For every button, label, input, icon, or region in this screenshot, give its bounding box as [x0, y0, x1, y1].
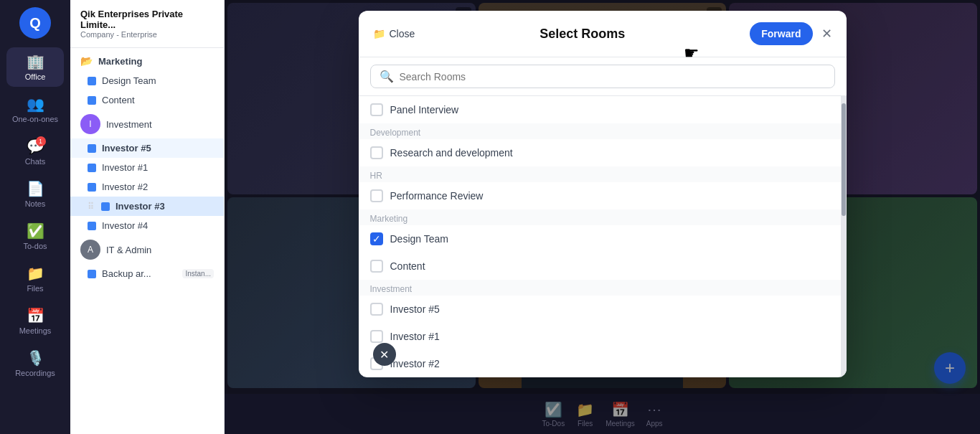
room-name: Content [102, 95, 135, 105]
marketing-section-header[interactable]: 📂 Marketing [70, 48, 224, 71]
sidebar-item-label: Recordings [15, 369, 55, 377]
sidebar-item-recordings[interactable]: 🎙️ Recordings [6, 344, 64, 383]
room-option-name: Investor #1 [390, 331, 440, 342]
marketing-label: Marketing [98, 56, 142, 67]
room-name: Investor #1 [102, 162, 148, 173]
group-avatar: A [80, 240, 100, 260]
room-option-design-team[interactable]: ✓ Design Team [359, 225, 847, 253]
room-option-performance[interactable]: Performance Review [359, 182, 847, 209]
category-investment: Investment [359, 280, 847, 296]
app-logo: Q [19, 7, 51, 39]
sidebar-item-office[interactable]: 🏢 Office [6, 47, 64, 87]
sidebar-item-label: Chats [25, 157, 46, 166]
room-option-research[interactable]: Research and development [359, 139, 847, 166]
room-checkbox[interactable] [370, 103, 383, 116]
group-it-admin[interactable]: A IT & Admin [70, 235, 224, 264]
room-investor3[interactable]: ⠿ Investor #3 [70, 197, 224, 216]
left-panel: Qik Enterprises Private Limite... Compan… [70, 0, 225, 434]
room-option-investor2[interactable]: Investor #2 [359, 350, 847, 377]
folder-icon: 📂 [80, 55, 93, 67]
room-design-team[interactable]: Design Team [70, 71, 224, 90]
room-investor1[interactable]: Investor #1 [70, 158, 224, 177]
modal-header: 📁 Close Select Rooms Forward ✕ [359, 11, 847, 57]
room-color [88, 96, 96, 105]
room-checkbox[interactable] [370, 146, 383, 159]
sidebar-item-label: Notes [25, 199, 46, 208]
room-checkbox[interactable] [370, 189, 383, 202]
scrollbar[interactable] [841, 96, 847, 377]
room-option-investor1[interactable]: Investor #1 [359, 323, 847, 350]
modal-body: Panel Interview Development Research and… [359, 96, 847, 377]
category-marketing: Marketing [359, 209, 847, 225]
scrollbar-thumb[interactable] [842, 103, 846, 216]
chats-badge: 1 [36, 136, 46, 146]
recordings-icon: 🎙️ [27, 349, 44, 367]
room-checkbox-checked[interactable]: ✓ [370, 232, 383, 245]
todos-icon: ✅ [27, 222, 44, 240]
group-investment[interactable]: I Investment [70, 110, 224, 138]
room-name: Backup ar... [102, 268, 151, 279]
room-option-investor5[interactable]: Investor #5 [359, 296, 847, 323]
sidebar-item-label: Files [27, 284, 43, 293]
sidebar-item-one-on-ones[interactable]: 👥 One-on-ones [6, 90, 64, 129]
company-name: Qik Enterprises Private Limite... [80, 9, 214, 30]
files-icon: 📁 [27, 265, 44, 282]
room-checkbox[interactable] [370, 260, 383, 273]
sidebar-item-chats[interactable]: 💬 1 Chats [6, 132, 64, 171]
room-color [88, 77, 96, 85]
main-area: Qik Enterprises Private Limite... Compan… [70, 0, 980, 434]
room-name: Investor #2 [102, 181, 148, 192]
room-name: Investor #5 [102, 143, 151, 154]
room-name: Investor #4 [102, 220, 148, 231]
right-panel: ⊞ ⊟ ▭ 📹 Join ▼ ··· [225, 0, 980, 434]
one-on-ones-icon: 👥 [27, 95, 44, 113]
select-rooms-modal: 📁 Close Select Rooms Forward ✕ 🔍 [359, 11, 847, 377]
modal-forward-button[interactable]: Forward [750, 22, 812, 45]
drag-handle-icon: ⠿ [88, 202, 94, 212]
modal-x-button[interactable]: ✕ [821, 26, 832, 42]
company-type: Company - Enterprise [80, 30, 214, 39]
group-label: Investment [106, 119, 152, 130]
room-option-content[interactable]: Content [359, 253, 847, 280]
search-icon: 🔍 [380, 70, 394, 83]
room-color [88, 270, 96, 278]
room-badge: Instan... [182, 269, 214, 278]
search-input[interactable] [400, 71, 826, 82]
modal-search: 🔍 [359, 57, 847, 96]
notes-icon: 📄 [27, 180, 44, 197]
room-color [88, 183, 96, 192]
close-label: Close [390, 28, 415, 39]
room-color [88, 164, 96, 172]
room-investor5[interactable]: Investor #5 [70, 138, 224, 158]
room-content[interactable]: Content [70, 90, 224, 110]
sidebar-item-label: Office [25, 72, 46, 81]
room-color [101, 202, 110, 211]
room-checkbox[interactable] [370, 330, 383, 343]
category-development: Development [359, 123, 847, 139]
room-option-name: Panel Interview [390, 104, 459, 115]
sidebar-item-meetings[interactable]: 📅 Meetings [6, 301, 64, 341]
modal-bottom-close-button[interactable]: ✕ [373, 343, 396, 366]
room-option-name: Performance Review [390, 190, 484, 202]
room-name: Investor #3 [116, 201, 165, 212]
sidebar-item-label: To-dos [23, 242, 47, 250]
room-backup[interactable]: Backup ar... Instan... [70, 264, 224, 283]
room-option-panel-interview[interactable]: Panel Interview [359, 96, 847, 123]
category-hr: HR [359, 166, 847, 182]
room-investor4[interactable]: Investor #4 [70, 216, 224, 235]
company-header: Qik Enterprises Private Limite... Compan… [70, 0, 224, 48]
room-option-name: Research and development [390, 147, 513, 159]
room-option-name: Investor #5 [390, 303, 440, 315]
room-investor2[interactable]: Investor #2 [70, 177, 224, 197]
group-label: IT & Admin [106, 245, 151, 255]
modal-overlay: 📁 Close Select Rooms Forward ✕ 🔍 [225, 0, 980, 434]
sidebar-item-todos[interactable]: ✅ To-dos [6, 217, 64, 256]
sidebar-item-notes[interactable]: 📄 Notes [6, 174, 64, 214]
modal-close-button[interactable]: 📁 Close [373, 28, 415, 39]
room-color [88, 144, 96, 153]
room-checkbox[interactable] [370, 303, 383, 316]
room-option-name: Investor #2 [390, 358, 440, 369]
sidebar-item-files[interactable]: 📁 Files [6, 259, 64, 298]
sidebar-item-label: One-on-ones [12, 115, 58, 123]
forward-label: Forward [761, 28, 801, 39]
